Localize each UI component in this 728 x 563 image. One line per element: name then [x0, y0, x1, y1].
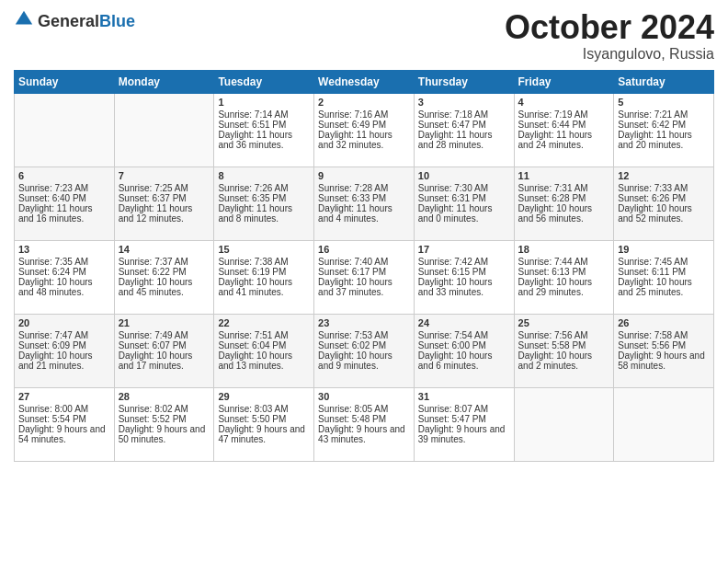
table-cell: 31Sunrise: 8:07 AMSunset: 5:47 PMDayligh…	[414, 387, 514, 461]
daylight-text: Daylight: 11 hours and 28 minutes.	[418, 130, 493, 150]
table-cell: 8Sunrise: 7:26 AMSunset: 6:35 PMDaylight…	[214, 167, 314, 240]
table-cell	[15, 93, 115, 167]
sunrise-text: Sunrise: 7:18 AM	[418, 109, 488, 120]
day-number: 10	[418, 170, 510, 181]
sunrise-text: Sunrise: 7:19 AM	[518, 109, 588, 120]
sunset-text: Sunset: 6:24 PM	[18, 267, 86, 277]
table-cell: 18Sunrise: 7:44 AMSunset: 6:13 PMDayligh…	[514, 240, 614, 314]
daylight-text: Daylight: 10 hours and 41 minutes.	[218, 277, 292, 297]
table-cell: 20Sunrise: 7:47 AMSunset: 6:09 PMDayligh…	[15, 314, 115, 387]
sunset-text: Sunset: 6:51 PM	[218, 120, 286, 130]
week-row-1: 1Sunrise: 7:14 AMSunset: 6:51 PMDaylight…	[15, 93, 714, 167]
day-number: 9	[318, 170, 410, 181]
sunset-text: Sunset: 5:50 PM	[218, 414, 286, 424]
sunset-text: Sunset: 6:35 PM	[218, 193, 286, 203]
sunrise-text: Sunrise: 7:30 AM	[418, 183, 488, 193]
sunrise-text: Sunrise: 7:56 AM	[518, 330, 588, 340]
sunset-text: Sunset: 6:33 PM	[318, 193, 386, 203]
sunrise-text: Sunrise: 7:51 AM	[218, 330, 288, 340]
table-cell: 14Sunrise: 7:37 AMSunset: 6:22 PMDayligh…	[114, 240, 214, 314]
daylight-text: Daylight: 11 hours and 12 minutes.	[119, 203, 193, 224]
day-number: 5	[618, 97, 710, 108]
daylight-text: Daylight: 10 hours and 52 minutes.	[618, 203, 692, 224]
sunset-text: Sunset: 6:00 PM	[418, 340, 486, 350]
month-title: October 2024	[505, 9, 714, 46]
daylight-text: Daylight: 10 hours and 13 minutes.	[218, 350, 292, 371]
sunset-text: Sunset: 6:40 PM	[18, 193, 86, 203]
table-cell: 27Sunrise: 8:00 AMSunset: 5:54 PMDayligh…	[15, 387, 115, 461]
table-cell: 15Sunrise: 7:38 AMSunset: 6:19 PMDayligh…	[214, 240, 314, 314]
table-cell: 9Sunrise: 7:28 AMSunset: 6:33 PMDaylight…	[314, 167, 415, 240]
sunset-text: Sunset: 6:19 PM	[218, 267, 286, 277]
sunset-text: Sunset: 6:02 PM	[318, 340, 386, 350]
day-number: 4	[518, 97, 610, 108]
daylight-text: Daylight: 10 hours and 17 minutes.	[119, 350, 193, 371]
sunrise-text: Sunrise: 7:42 AM	[418, 257, 488, 267]
daylight-text: Daylight: 11 hours and 24 minutes.	[518, 130, 593, 150]
sunset-text: Sunset: 6:13 PM	[518, 267, 586, 277]
day-number: 22	[218, 317, 310, 328]
day-number: 25	[518, 317, 610, 328]
sunset-text: Sunset: 6:15 PM	[418, 267, 486, 277]
sunset-text: Sunset: 5:54 PM	[18, 414, 86, 424]
day-number: 24	[418, 317, 510, 328]
daylight-text: Daylight: 10 hours and 2 minutes.	[518, 350, 593, 371]
sunrise-text: Sunrise: 7:21 AM	[618, 109, 688, 120]
daylight-text: Daylight: 11 hours and 20 minutes.	[618, 130, 692, 150]
day-number: 8	[218, 170, 310, 181]
table-cell: 10Sunrise: 7:30 AMSunset: 6:31 PMDayligh…	[414, 167, 514, 240]
location: Isyangulovo, Russia	[505, 46, 714, 63]
daylight-text: Daylight: 10 hours and 9 minutes.	[318, 350, 392, 371]
sunrise-text: Sunrise: 7:16 AM	[318, 109, 388, 120]
day-number: 19	[618, 244, 710, 255]
day-number: 27	[18, 391, 110, 402]
sunset-text: Sunset: 6:31 PM	[418, 193, 486, 203]
table-cell: 16Sunrise: 7:40 AMSunset: 6:17 PMDayligh…	[314, 240, 415, 314]
table-cell: 4Sunrise: 7:19 AMSunset: 6:44 PMDaylight…	[514, 93, 614, 167]
table-cell: 17Sunrise: 7:42 AMSunset: 6:15 PMDayligh…	[414, 240, 514, 314]
table-cell	[614, 387, 714, 461]
sunset-text: Sunset: 6:09 PM	[18, 340, 86, 350]
table-cell: 23Sunrise: 7:53 AMSunset: 6:02 PMDayligh…	[314, 314, 415, 387]
sunrise-text: Sunrise: 7:49 AM	[119, 330, 188, 340]
daylight-text: Daylight: 9 hours and 54 minutes.	[18, 424, 106, 444]
logo-icon	[14, 9, 34, 29]
sunrise-text: Sunrise: 8:07 AM	[418, 404, 488, 414]
day-number: 26	[618, 317, 710, 328]
daylight-text: Daylight: 10 hours and 29 minutes.	[518, 277, 593, 297]
daylight-text: Daylight: 11 hours and 16 minutes.	[18, 203, 93, 224]
sunrise-text: Sunrise: 7:40 AM	[318, 257, 388, 267]
daylight-text: Daylight: 9 hours and 58 minutes.	[618, 350, 705, 371]
daylight-text: Daylight: 9 hours and 43 minutes.	[318, 424, 405, 444]
day-number: 18	[518, 244, 610, 255]
sunset-text: Sunset: 5:52 PM	[119, 414, 187, 424]
header-thursday: Thursday	[414, 70, 514, 93]
table-cell: 2Sunrise: 7:16 AMSunset: 6:49 PMDaylight…	[314, 93, 415, 167]
table-cell	[114, 93, 214, 167]
sunrise-text: Sunrise: 8:02 AM	[119, 404, 188, 414]
sunset-text: Sunset: 6:22 PM	[119, 267, 187, 277]
sunrise-text: Sunrise: 7:31 AM	[518, 183, 588, 193]
sunrise-text: Sunrise: 7:26 AM	[218, 183, 288, 193]
table-cell: 29Sunrise: 8:03 AMSunset: 5:50 PMDayligh…	[214, 387, 314, 461]
day-number: 28	[119, 391, 210, 402]
day-number: 17	[418, 244, 510, 255]
daylight-text: Daylight: 10 hours and 37 minutes.	[318, 277, 392, 297]
sunrise-text: Sunrise: 7:37 AM	[119, 257, 188, 267]
sunrise-text: Sunrise: 7:47 AM	[18, 330, 88, 340]
sunrise-text: Sunrise: 8:00 AM	[18, 404, 88, 414]
table-cell: 26Sunrise: 7:58 AMSunset: 5:56 PMDayligh…	[614, 314, 714, 387]
daylight-text: Daylight: 10 hours and 6 minutes.	[418, 350, 493, 371]
sunrise-text: Sunrise: 7:54 AM	[418, 330, 488, 340]
day-number: 20	[18, 317, 110, 328]
daylight-text: Daylight: 10 hours and 45 minutes.	[119, 277, 193, 297]
header-monday: Monday	[114, 70, 214, 93]
table-cell: 7Sunrise: 7:25 AMSunset: 6:37 PMDaylight…	[114, 167, 214, 240]
table-cell: 13Sunrise: 7:35 AMSunset: 6:24 PMDayligh…	[15, 240, 115, 314]
sunrise-text: Sunrise: 7:35 AM	[18, 257, 88, 267]
daylight-text: Daylight: 10 hours and 21 minutes.	[18, 350, 93, 371]
sunrise-text: Sunrise: 7:53 AM	[318, 330, 388, 340]
day-number: 3	[418, 97, 510, 108]
sunset-text: Sunset: 6:42 PM	[618, 120, 686, 130]
sunrise-text: Sunrise: 8:05 AM	[318, 404, 388, 414]
